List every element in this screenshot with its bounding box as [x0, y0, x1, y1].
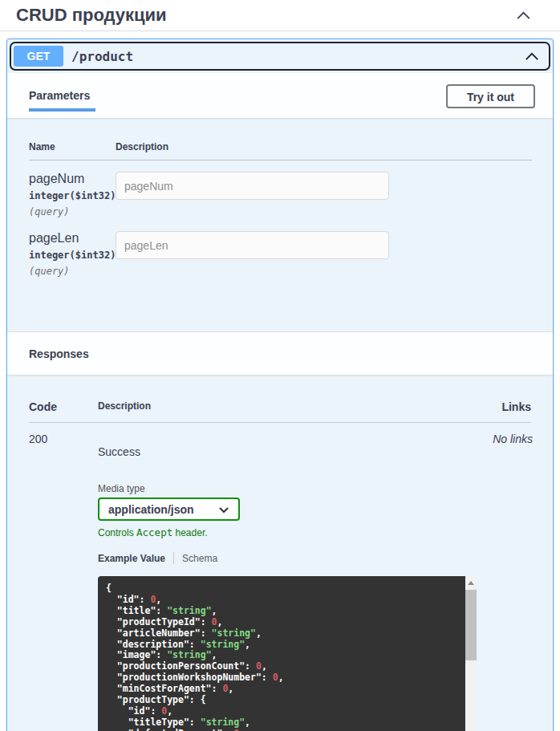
parameter-type: integer($int32)	[29, 250, 116, 261]
accept-header-note: Controls Accept header.	[98, 526, 477, 538]
scrollbar-thumb[interactable]	[465, 590, 477, 660]
tab-parameters[interactable]: Parameters	[29, 89, 95, 112]
pagelen-input[interactable]	[116, 231, 389, 259]
response-code-column-header: Code	[29, 400, 98, 413]
parameter-type: integer($int32)	[29, 190, 116, 201]
tag-section-header[interactable]: CRUD продукции	[0, 0, 560, 31]
parameter-name: pageNum	[29, 172, 116, 186]
parameter-location: (query)	[29, 266, 116, 277]
parameter-location: (query)	[29, 206, 116, 217]
media-type-block: Media type application/json Controls Acc…	[98, 483, 477, 538]
code-scrollbar[interactable]	[465, 576, 477, 731]
swagger-page: CRUD продукции GET /product Parameters T…	[0, 0, 560, 731]
response-description: Success	[98, 445, 477, 458]
table-divider	[29, 422, 531, 423]
tab-schema[interactable]: Schema	[182, 553, 217, 564]
responses-title: Responses	[29, 347, 89, 360]
param-name-column-header: Name	[29, 141, 116, 152]
parameters-section-header: Parameters Try it out	[7, 73, 553, 118]
method-badge-get: GET	[14, 46, 63, 67]
opblock-get-product: GET /product Parameters Try it out Name …	[6, 39, 554, 731]
response-links-column-header: Links	[501, 400, 531, 413]
response-status-code: 200	[29, 433, 98, 445]
response-description-column-header: Description	[98, 400, 475, 412]
collapse-operation-chevron-up-icon[interactable]	[525, 52, 539, 61]
example-value-block: { "id": 0, "title": "string", "productTy…	[98, 576, 477, 731]
scrollbar-up-button[interactable]	[465, 576, 477, 590]
table-divider	[29, 160, 532, 160]
param-description-column-header: Description	[116, 141, 532, 152]
operation-path: /product	[71, 49, 133, 64]
parameters-body: Name Description pageNum integer($int32)…	[7, 118, 553, 331]
model-example-tabs: Example Value Schema	[98, 552, 477, 564]
response-links-value: No links	[493, 433, 533, 445]
responses-section-header: Responses	[7, 331, 553, 375]
media-type-label: Media type	[98, 483, 477, 494]
pagenum-input[interactable]	[116, 172, 389, 200]
parameter-name: pageLen	[29, 231, 116, 246]
example-json-code: { "id": 0, "title": "string", "productTy…	[98, 576, 465, 731]
tab-separator	[173, 552, 174, 564]
responses-body: Code Description Links 200 Success Media…	[7, 375, 553, 731]
scroll-up-arrow-icon	[468, 581, 474, 585]
collapse-section-chevron-up-icon[interactable]	[516, 11, 531, 20]
parameter-row-pagelen: pageLen integer($int32) (query)	[29, 231, 532, 277]
tag-title: CRUD продукции	[16, 5, 167, 26]
accept-code: Accept	[136, 526, 172, 538]
media-type-select[interactable]: application/json	[98, 497, 240, 521]
chevron-down-icon	[219, 503, 229, 516]
tab-example-value[interactable]: Example Value	[98, 553, 165, 564]
response-row-200: 200 Success Media type application/json …	[29, 433, 531, 731]
media-type-selected-value: application/json	[108, 503, 194, 516]
parameter-row-pagenum: pageNum integer($int32) (query)	[29, 172, 532, 217]
operation-summary[interactable]: GET /product	[10, 42, 550, 71]
try-it-out-button[interactable]: Try it out	[446, 84, 535, 108]
